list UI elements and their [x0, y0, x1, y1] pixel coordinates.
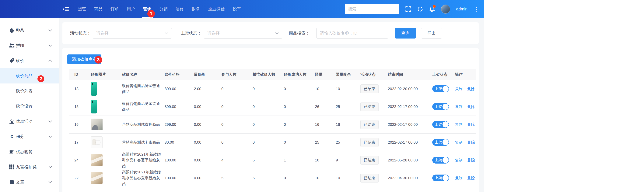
sidebar-item-bargain[interactable]: 砍价: [0, 53, 59, 68]
column-header-participants: 参与人数: [221, 69, 252, 80]
cell-id: 22: [69, 169, 91, 187]
sidebar-label: 积分: [16, 134, 24, 139]
cell-helpers: 0: [252, 116, 284, 133]
sidebar-label: 砍价: [16, 58, 24, 64]
cell-image: [91, 80, 122, 98]
cell-price: 899.00: [164, 80, 194, 98]
header-right-tools: admin ⋮: [345, 4, 479, 14]
copy-link[interactable]: 复制: [455, 122, 462, 127]
activity-status-select[interactable]: 请选择: [93, 28, 172, 39]
copy-link[interactable]: 复制: [455, 158, 462, 162]
coffee-cup-icon: [9, 149, 15, 154]
sidebar-label: 优惠活动: [16, 119, 32, 124]
cell-id: 24: [69, 151, 91, 169]
nav-item-goods[interactable]: 商品: [94, 0, 102, 18]
header-search-input[interactable]: [345, 4, 400, 14]
cell-shelf-status: 上架: [432, 98, 455, 116]
delete-link[interactable]: 删除: [467, 105, 475, 109]
sidebar-item-points[interactable]: € 积分: [0, 129, 59, 144]
nav-item-finance[interactable]: 财务: [192, 0, 200, 18]
nav-item-users[interactable]: 用户: [127, 0, 135, 18]
nav-item-wecom[interactable]: 企业微信: [208, 0, 225, 18]
cell-end-time: 2022-02-20 00:00: [388, 80, 432, 98]
cell-min-price: 0.00: [194, 98, 221, 116]
copy-link[interactable]: 复制: [455, 176, 462, 180]
cell-activity-status: 已结束: [360, 116, 388, 133]
goods-search-input[interactable]: [316, 28, 388, 39]
filter-card: 活动状态： 请选择 上架状态： 请选择 商品搜索： 查询 导出: [62, 22, 479, 44]
status-badge: 已结束: [360, 156, 378, 165]
product-image: [91, 172, 102, 184]
cell-end-time: 2022-05-28 00:00: [388, 151, 432, 169]
sidebar-item-bargain-goods[interactable]: 砍价商品: [0, 68, 59, 83]
delete-link[interactable]: 删除: [467, 122, 475, 127]
nav-item-operations[interactable]: 运营: [78, 0, 86, 18]
shelf-status-toggle[interactable]: 上架: [432, 174, 449, 181]
user-avatar[interactable]: [441, 5, 450, 14]
toggle-label: 上架: [435, 86, 442, 91]
cell-helpers: 0: [252, 80, 284, 98]
cell-actions: 复制|删除: [455, 151, 476, 169]
delete-link[interactable]: 删除: [467, 158, 475, 162]
sidebar-label: 砍价商品: [16, 73, 32, 79]
cell-participants: 4: [221, 151, 252, 169]
delete-link[interactable]: 删除: [467, 140, 475, 144]
sidebar-label: 文章: [16, 179, 24, 185]
cell-end-time: 2022-04-30 00:00: [388, 169, 432, 187]
shelf-status-toggle[interactable]: 上架: [432, 157, 449, 163]
notifications-bell-icon[interactable]: [429, 6, 435, 12]
copy-link[interactable]: 复制: [455, 87, 462, 91]
sidebar-item-groupbuy[interactable]: 拼团: [0, 38, 59, 53]
sidebar-item-combo[interactable]: 优惠套餐: [0, 144, 59, 159]
cell-actions: 复制|删除: [455, 116, 476, 133]
nav-item-orders[interactable]: 订单: [110, 0, 119, 18]
sidebar-item-seckill[interactable]: 秒杀: [0, 23, 59, 38]
top-nav: 运营 商品 订单 用户 营销 分销 装修 财务 企业微信 设置: [78, 0, 241, 18]
chevron-down-icon: [48, 44, 52, 47]
cell-id: 17: [69, 133, 91, 151]
sidebar-item-lottery[interactable]: 九宫格抽奖: [0, 159, 59, 174]
cell-helpers: 5: [252, 169, 284, 187]
sidebar-label: 九宫格抽奖: [16, 164, 37, 170]
refresh-icon[interactable]: [417, 6, 423, 12]
cell-image: [91, 133, 122, 151]
toggle-knob: [442, 175, 448, 181]
cell-limit: 26: [315, 98, 336, 116]
shelf-status-toggle[interactable]: 上架: [432, 121, 449, 128]
sidebar-item-article[interactable]: 文章: [0, 174, 59, 190]
shelf-status-toggle[interactable]: 上架: [432, 103, 449, 110]
cell-price: 80.00: [164, 133, 194, 151]
collapse-sidebar-icon[interactable]: [63, 7, 69, 12]
column-header-actions: 操作: [455, 69, 476, 80]
status-badge: 已结束: [360, 102, 378, 111]
product-image: [91, 154, 102, 166]
product-image: [91, 82, 97, 95]
shelf-status-select[interactable]: 请选择: [204, 28, 282, 39]
shelf-status-toggle[interactable]: 上架: [432, 85, 449, 92]
cell-actions: 复制|删除: [455, 80, 476, 98]
sidebar-item-bargain-list[interactable]: 砍价列表: [0, 83, 59, 99]
cell-activity-status: 已结束: [360, 133, 388, 151]
nav-item-settings[interactable]: 设置: [233, 0, 241, 18]
copy-link[interactable]: 复制: [455, 105, 462, 109]
shelf-status-toggle[interactable]: 上架: [432, 139, 449, 146]
delete-link[interactable]: 删除: [467, 87, 475, 91]
cell-participants: 5: [221, 169, 252, 187]
cell-shelf-status: 上架: [432, 169, 455, 187]
activity-status-label: 活动状态：: [70, 30, 91, 36]
cell-activity-status: 已结束: [360, 169, 388, 187]
sidebar-item-promo[interactable]: 优惠活动: [0, 114, 59, 129]
fullscreen-icon[interactable]: [406, 6, 411, 12]
copy-link[interactable]: 复制: [455, 140, 462, 144]
delete-link[interactable]: 删除: [467, 176, 475, 180]
more-menu-icon[interactable]: ⋮: [474, 6, 479, 12]
nav-item-distribution[interactable]: 分销: [159, 0, 168, 18]
cell-activity-status: 已结束: [360, 80, 388, 98]
export-button[interactable]: 导出: [421, 28, 442, 39]
chevron-down-icon: [48, 166, 52, 168]
toggle-label: 上架: [435, 104, 442, 109]
query-button[interactable]: 查询: [395, 28, 416, 39]
sidebar-item-bargain-settings[interactable]: 砍价设置: [0, 99, 59, 114]
product-image: [91, 136, 102, 148]
nav-item-decoration[interactable]: 装修: [176, 0, 184, 18]
